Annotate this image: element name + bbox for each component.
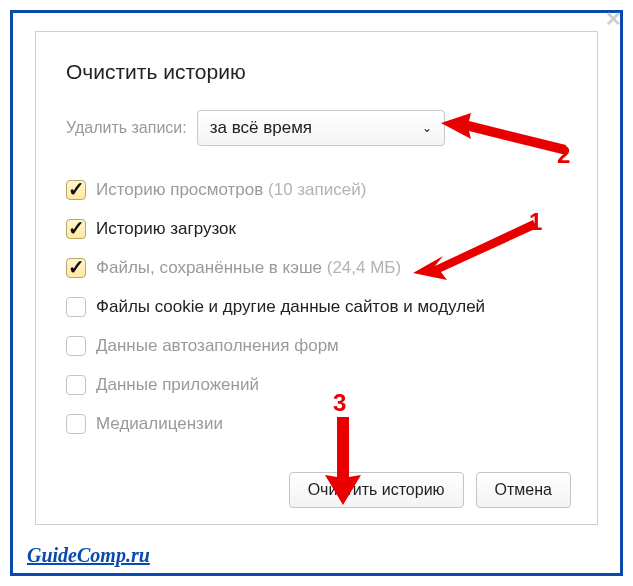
option-row: Историю загрузок [66, 219, 567, 239]
option-hint: (24,4 МБ) [327, 258, 401, 277]
option-checkbox[interactable] [66, 180, 86, 200]
option-checkbox[interactable] [66, 414, 86, 434]
option-checkbox[interactable] [66, 219, 86, 239]
option-checkbox[interactable] [66, 258, 86, 278]
option-label: Историю просмотров (10 записей) [96, 180, 366, 200]
range-select-value: за всё время [210, 118, 312, 138]
option-hint: (10 записей) [268, 180, 366, 199]
option-label: Данные автозаполнения форм [96, 336, 339, 356]
range-row: Удалить записи: за всё время ⌄ [66, 110, 567, 146]
option-row: Данные автозаполнения форм [66, 336, 567, 356]
option-row: Файлы, сохранённые в кэше (24,4 МБ) [66, 258, 567, 278]
range-label: Удалить записи: [66, 119, 187, 137]
clear-button[interactable]: Очистить историю [289, 472, 464, 508]
option-label: Файлы cookie и другие данные сайтов и мо… [96, 297, 485, 317]
tutorial-frame: ✕ Очистить историю Удалить записи: за вс… [10, 10, 623, 576]
option-label: Файлы, сохранённые в кэше (24,4 МБ) [96, 258, 401, 278]
watermark: GuideComp.ru [27, 544, 150, 567]
cancel-button[interactable]: Отмена [476, 472, 571, 508]
option-row: Медиалицензии [66, 414, 567, 434]
option-checkbox[interactable] [66, 297, 86, 317]
option-checkbox[interactable] [66, 375, 86, 395]
options-list: Историю просмотров (10 записей)Историю з… [66, 180, 567, 434]
option-label: Медиалицензии [96, 414, 223, 434]
option-checkbox[interactable] [66, 336, 86, 356]
option-row: Файлы cookie и другие данные сайтов и мо… [66, 297, 567, 317]
chevron-down-icon: ⌄ [422, 121, 432, 135]
option-row: Данные приложений [66, 375, 567, 395]
option-row: Историю просмотров (10 записей) [66, 180, 567, 200]
dialog-title: Очистить историю [66, 60, 567, 84]
close-icon[interactable]: ✕ [603, 10, 623, 30]
clear-history-dialog: Очистить историю Удалить записи: за всё … [35, 31, 598, 525]
option-label: Данные приложений [96, 375, 259, 395]
button-bar: Очистить историю Отмена [289, 472, 571, 508]
range-select[interactable]: за всё время ⌄ [197, 110, 445, 146]
option-label: Историю загрузок [96, 219, 236, 239]
